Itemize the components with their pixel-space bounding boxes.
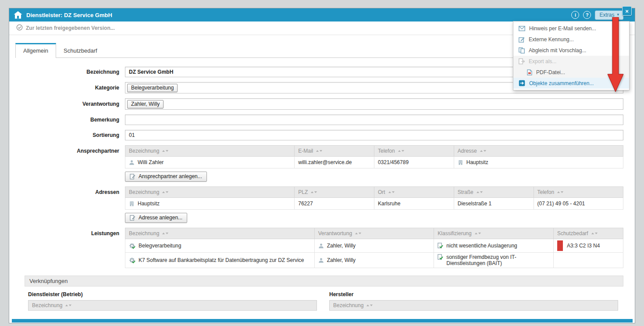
column-label: Telefon — [378, 148, 395, 154]
help-icon[interactable]: ? — [583, 11, 591, 19]
sort-icon — [398, 150, 404, 152]
envelope-icon — [519, 26, 525, 31]
table-row[interactable]: Willi Zahler willi.zahler@service.de 032… — [125, 157, 623, 168]
cell-telefon: (07 21) 49 05 - 4201 — [537, 201, 585, 207]
field-label-sortierung: Sortierung — [15, 132, 119, 138]
form-row-verantwortung: Verantwortung Zahler, Willy — [15, 98, 623, 110]
person-icon — [129, 160, 135, 165]
column-label: Bezeichnung — [129, 148, 159, 154]
cell-ort: Karlsruhe — [378, 201, 400, 207]
column-header-bezeichnung[interactable]: Bezeichnung — [28, 300, 317, 311]
column-header-adresse[interactable]: Adresse — [454, 146, 623, 157]
menu-item-export-als: Export als... — [513, 56, 629, 67]
info-icon[interactable]: i — [571, 11, 579, 19]
column-header-verantwortung[interactable]: Verantwortung — [314, 228, 434, 239]
column-header-ort[interactable]: Ort — [374, 187, 454, 198]
form-row-adressen: Adressen Bezeichnung PLZ Or — [15, 186, 623, 223]
window-title: Dienstleister: DZ Service GmbH — [26, 12, 112, 18]
doc-edit-icon — [130, 215, 135, 221]
column-label: Ort — [378, 189, 385, 195]
column-header-email[interactable]: E-Mail — [295, 146, 374, 157]
column-header-schutzbedarf[interactable]: Schutzbedarf — [553, 228, 623, 239]
edit-icon — [519, 36, 525, 43]
cell-verantwortung: Zahler, Willy — [327, 257, 356, 263]
sort-icon — [480, 150, 486, 152]
column-label: PLZ — [298, 189, 308, 195]
dienstleister-betrieb-label: Dienstleister (Betrieb) — [28, 291, 317, 297]
form-row-bemerkung: Bemerkung — [15, 115, 623, 125]
ansprechpartner-anlegen-button[interactable]: Ansprechpartner anlegen... — [125, 172, 207, 182]
column-header-plz[interactable]: PLZ — [295, 187, 374, 198]
column-header-bezeichnung[interactable]: Bezeichnung — [125, 228, 315, 239]
column-header-strasse[interactable]: Straße — [454, 187, 534, 198]
cell-verantwortung: Zahler, Willy — [327, 243, 356, 249]
adresse-anlegen-label: Adresse anlegen... — [139, 215, 182, 221]
app-window: Dienstleister: DZ Service GmbH i ? Extra… — [9, 8, 635, 323]
extras-menu: Hinweis per E-Mail senden... Externe Ken… — [513, 21, 630, 90]
menu-item-externe-kennung[interactable]: Externe Kennung... — [513, 34, 629, 45]
cell-plz: 76227 — [298, 201, 313, 207]
column-header-bezeichnung[interactable]: Bezeichnung — [329, 300, 618, 311]
sort-icon — [477, 191, 483, 193]
column-label: Bezeichnung — [32, 302, 62, 308]
kategorie-chip[interactable]: Belegverarbeitung — [127, 84, 178, 92]
menu-item-label: Abgleich mit Vorschlag... — [529, 47, 586, 54]
column-header-telefon[interactable]: Telefon — [534, 187, 623, 198]
menu-item-pdf-datei[interactable]: PDF-Datei... — [513, 67, 629, 78]
leistungen-table: Bezeichnung Verantwortung Klassifizierun… — [125, 228, 623, 268]
column-label: Schutzbedarf — [557, 230, 588, 236]
close-button[interactable]: × — [622, 6, 632, 16]
menu-item-objekte-zusammenfuehren[interactable]: Objekte zusammenführen... — [513, 78, 629, 89]
tab-schutzbedarf[interactable]: Schutzbedarf — [56, 43, 105, 57]
cell-klassifizierung: nicht wesentliche Auslagerung — [446, 243, 517, 249]
column-header-telefon[interactable]: Telefon — [374, 146, 454, 157]
table-row[interactable]: K7 Software auf Bankarbeitsplatz für Dat… — [125, 253, 623, 268]
table-row[interactable]: Belegverarbeitung Zahler, Willy nicht we… — [125, 239, 623, 253]
sort-icon — [162, 191, 168, 193]
column-header-bezeichnung[interactable]: Bezeichnung — [125, 187, 295, 198]
column-label: E-Mail — [298, 148, 313, 154]
extras-button[interactable]: Extras ▾ — [595, 11, 623, 20]
cell-klassifizierung: sonstiger Fremdbezug von IT-Dienstleistu… — [446, 254, 550, 266]
column-header-klassifizierung[interactable]: Klassifizierung — [434, 228, 554, 239]
ansprechpartner-table: Bezeichnung E-Mail Telefon Adresse — [125, 145, 623, 168]
adressen-table: Bezeichnung PLZ Ort Straße — [125, 186, 623, 210]
form-row-ansprechpartner: Ansprechpartner Bezeichnung E-Mail — [15, 145, 623, 182]
menu-item-hinweis-per-email[interactable]: Hinweis per E-Mail senden... — [513, 23, 629, 34]
field-label-kategorie: Kategorie — [15, 85, 119, 91]
cell-adresse: Hauptsitz — [466, 159, 488, 165]
compare-icon — [519, 47, 525, 54]
table-row[interactable]: Hauptsitz 76227 Karlsruhe Dieselstraße 1… — [125, 198, 623, 210]
menu-item-label: PDF-Datei... — [536, 69, 565, 75]
bemerkung-input[interactable] — [125, 115, 623, 125]
titlebar-actions: i ? Extras ▾ — [571, 11, 623, 20]
field-label-bezeichnung: Bezeichnung — [15, 69, 119, 75]
window-bottom-bar — [12, 319, 633, 322]
person-icon — [318, 243, 324, 249]
form-row-leistungen: Leistungen Bezeichnung Verantwortung — [15, 228, 623, 268]
form-row-sortierung: Sortierung — [15, 130, 623, 140]
cell-bezeichnung: K7 Software auf Bankarbeitsplatz für Dat… — [139, 257, 304, 263]
column-header-bezeichnung[interactable]: Bezeichnung — [125, 146, 295, 157]
menu-item-abgleich-mit-vorschlag[interactable]: Abgleich mit Vorschlag... — [513, 45, 629, 56]
menu-item-label: Export als... — [529, 58, 556, 64]
column-label: Adresse — [458, 148, 477, 154]
verknuepfungen-header: Verknüpfungen — [25, 276, 623, 287]
hersteller-label: Hersteller — [329, 291, 618, 297]
sortierung-input[interactable] — [125, 130, 623, 140]
gear-check-icon — [129, 243, 135, 249]
close-icon: × — [625, 8, 629, 14]
cell-strasse: Dieselstraße 1 — [458, 201, 491, 207]
sort-icon — [316, 150, 322, 152]
sort-icon — [355, 233, 361, 234]
column-label: Bezeichnung — [129, 230, 159, 236]
sort-icon — [475, 233, 481, 234]
field-label-bemerkung: Bemerkung — [15, 117, 119, 123]
adresse-anlegen-button[interactable]: Adresse anlegen... — [125, 213, 187, 223]
field-label-leistungen: Leistungen — [15, 228, 119, 236]
column-label: Bezeichnung — [333, 302, 363, 308]
verantwortung-chip[interactable]: Zahler, Willy — [127, 100, 164, 108]
tab-allgemein[interactable]: Allgemein — [15, 43, 56, 58]
verantwortung-field[interactable]: Zahler, Willy — [125, 98, 623, 110]
column-label: Bezeichnung — [129, 189, 159, 195]
